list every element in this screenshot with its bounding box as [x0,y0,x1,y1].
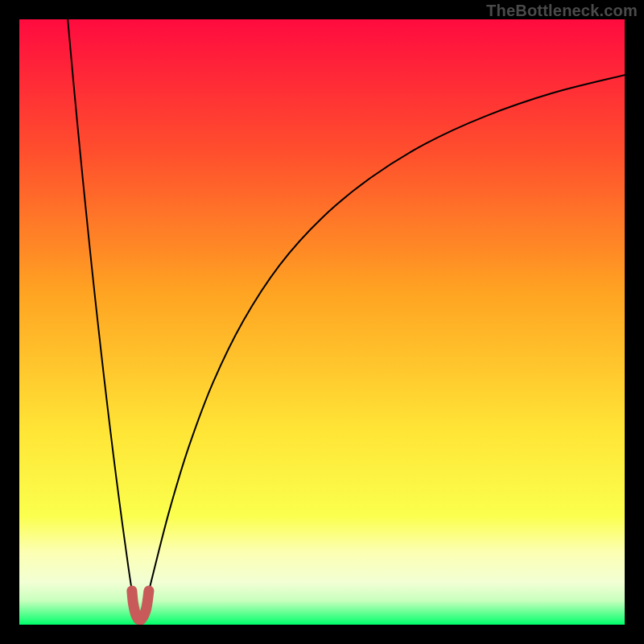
chart-svg [19,19,625,625]
gradient-background [19,19,625,625]
chart-frame: TheBottleneck.com [0,0,644,644]
watermark-text: TheBottleneck.com [486,2,638,20]
plot-area [19,19,625,625]
